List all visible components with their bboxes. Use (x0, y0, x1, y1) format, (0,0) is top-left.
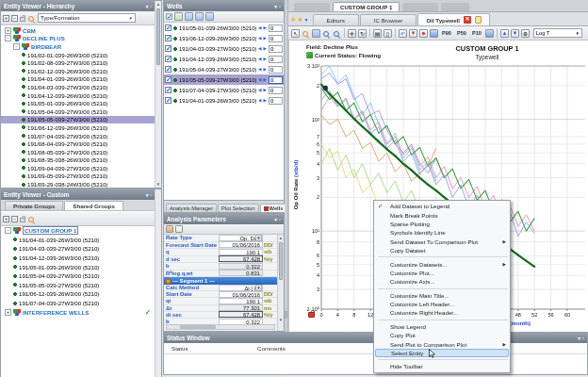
context-menu-item[interactable]: ✓ Add Dataset to Legend ▶ (374, 202, 510, 210)
step-right-icon[interactable]: ▶ (264, 25, 267, 30)
chart-highlight-icon[interactable] (485, 29, 494, 38)
tree-row[interactable]: 191/09-04-039-27W3/00 (5210) ✓ (1, 164, 155, 172)
params-export-icon[interactable] (175, 225, 183, 233)
tree-row[interactable]: + CBM ✓ (1, 26, 155, 35)
hierarchy-tree[interactable]: + CBM ✓ - DECLINE PLUS ✓ - (1, 26, 155, 188)
tab-shared-groups[interactable]: Shared Groups (64, 201, 123, 210)
shift-value-input[interactable]: 0 (269, 45, 283, 53)
tab-plot-selection[interactable]: Plot Selection (218, 204, 258, 212)
param-value[interactable]: 67.428 (219, 255, 263, 262)
custom-tree[interactable]: - CUSTOM GROUP 1 ✓ 191/04-01-039-26W3/00… (1, 226, 155, 377)
tree-row[interactable]: 191/08-05-039-27W3/00 (5210) ✓ (1, 148, 155, 156)
context-menu-item[interactable]: ✓ Send Dataset To Comparison Plot ▶ (374, 238, 510, 246)
context-menu-item[interactable]: ✓ Mark Break Points ▶ (374, 210, 510, 219)
print-icon[interactable]: ▤ (373, 29, 382, 38)
print-preview-icon[interactable]: ▯ (384, 29, 392, 38)
tree-row[interactable]: 191/04-12-039-26W3/00 (5210) ✓ (1, 91, 155, 100)
tree-row[interactable]: 191/04-03-039-27W3/00 (5210) ✓ (1, 83, 155, 91)
hierarchy-titlebar[interactable]: Entity Viewer - Hierarchy ▾ ▫ ✕ (1, 1, 161, 11)
well-row[interactable]: ✓ 191/05-04-039-27W3/00 (5210) ◀ ▶ 0 (164, 64, 284, 74)
context-menu-item[interactable]: ✓ Customize Right Header... ▶ (374, 308, 510, 317)
filter-up-icon[interactable]: ▲ (500, 29, 509, 38)
step-left-icon[interactable]: ◀ (258, 98, 261, 103)
params-titlebar[interactable]: Analysis Parameters ▾ ▫ (164, 214, 284, 224)
param-value[interactable]: 190.1 (219, 249, 263, 255)
context-menu-item[interactable]: ✓ Send Plot to Comparison Plot ▶ (374, 339, 510, 348)
zoom-icon[interactable] (302, 31, 308, 37)
params-scrollbar[interactable]: ▲ ▼ (277, 235, 284, 331)
param-value[interactable]: 01/06/2016 (219, 291, 263, 298)
chart-view-icon-3[interactable] (205, 12, 214, 21)
close-tab-icon[interactable]: ✕ (464, 16, 471, 24)
context-menu-item[interactable]: ✓ Symbols Identify Line ▶ (374, 228, 510, 237)
step-left-icon[interactable]: ◀ (258, 46, 261, 51)
context-menu-item[interactable]: ✓ Customize Main Title... ▶ (374, 291, 510, 300)
panel-menu-icon[interactable]: ▾ (578, 336, 580, 341)
pin-icon[interactable]: ▫ (279, 4, 281, 9)
chart-view-icon-1[interactable] (185, 12, 193, 21)
step-left-icon[interactable]: ◀ (258, 88, 261, 92)
tree-row[interactable]: 191/04-12-039-26W3/00 (5210) ✓ (1, 254, 155, 263)
tree-row[interactable]: 191/02-01-039-26W3/00 (5210) ✓ (1, 51, 155, 59)
tab-ic-browser[interactable]: IC Browser (360, 14, 417, 25)
scroll-thumb[interactable] (156, 8, 160, 65)
shift-value-input[interactable]: 0 (269, 35, 283, 42)
tree-row[interactable]: 191/05-04-039-27W3/00 (5210) ✓ (1, 107, 155, 116)
remove-group-icon[interactable]: − (11, 216, 18, 222)
tree-row[interactable]: 191/05-01-039-26W3/00 (5210) ✓ (1, 99, 155, 107)
custom-titlebar[interactable]: Entity Viewer - Custom ▾ ▫ ✕ (1, 189, 161, 200)
panel-menu-icon[interactable]: ▾ (146, 192, 149, 198)
step-right-icon[interactable]: ▶ (264, 77, 267, 82)
tree-row[interactable]: 191/06-12-039-26W3/00 (5210) ✓ (1, 123, 155, 132)
step-left-icon[interactable]: ◀ (258, 57, 261, 61)
scroll-thumb[interactable] (279, 242, 283, 280)
chart-icon[interactable] (430, 29, 438, 38)
lock-icon[interactable] (20, 218, 25, 222)
search-icon[interactable] (28, 217, 34, 222)
step-left-icon[interactable]: ◀ (258, 25, 261, 30)
custom-scrollbar[interactable] (155, 189, 161, 377)
type-formation-dropdown[interactable]: Type/Formation ▼ (38, 13, 136, 23)
param-value[interactable]: 190.1 (219, 298, 263, 304)
pin-icon[interactable]: ▫ (582, 336, 584, 341)
well-checkbox[interactable]: ✓ (165, 76, 172, 83)
panel-menu-icon[interactable]: ▾ (274, 4, 277, 9)
window-tab-active[interactable]: CUSTOM GROUP 1 (333, 2, 400, 11)
tree-row[interactable]: 191/05-05-039-27W3/00 (5210) ✓ (1, 116, 155, 124)
tree-row[interactable]: 191/04-03-039-27W3/00 (5210) ✓ (1, 244, 155, 254)
window-tab[interactable] (402, 3, 438, 11)
tree-row[interactable]: - CUSTOM GROUP 1 ✓ (1, 226, 155, 236)
link-wells-icon[interactable] (174, 12, 183, 21)
context-menu-item[interactable]: ✓ Show Legend ▶ (374, 322, 510, 331)
param-value[interactable]: 77.301 (219, 304, 263, 311)
new-tab-icon[interactable] (475, 16, 482, 24)
tree-row[interactable]: 191/08-35-038-26W3/00 (5210) ✓ (1, 156, 155, 165)
tree-row[interactable]: 191/09-29-038-24W3/00 (5210) ✓ (1, 180, 155, 188)
tree-row[interactable]: - DECLINE PLUS ✓ (1, 35, 155, 43)
step-left-icon[interactable]: ◀ (258, 77, 261, 82)
well-row[interactable]: ✓ 191/04-12-039-26W3/00 (5210) ◀ ▶ 0 (164, 54, 284, 64)
tab-wells[interactable]: Wells (260, 204, 287, 212)
tree-row[interactable]: 191/04-01-039-26W3/00 (5210) ✓ (1, 236, 155, 245)
param-row[interactable]: R²log q,wt 0.831 ▼ (164, 270, 277, 278)
well-checkbox[interactable]: ✓ (165, 35, 172, 41)
undo-icon[interactable]: ↶ (399, 29, 407, 38)
expander-icon[interactable]: - (13, 43, 20, 50)
expander-icon[interactable]: - (5, 227, 11, 234)
well-row[interactable]: ✓ 191/07-04-039-27W3/00 (5210) ◀ ▶ 0 (164, 85, 284, 95)
well-checkbox[interactable]: ✓ (165, 45, 172, 52)
tree-row[interactable]: 191/09-05-039-27W3/00 (5210) ✓ (1, 172, 155, 181)
forecast-start-marker[interactable] (323, 86, 328, 90)
context-menu-item[interactable]: ✓ Customize Datasets... ▶ (374, 259, 510, 268)
tree-row[interactable]: 191/02-12-039-26W3/00 (5210) ✓ (1, 67, 155, 75)
tab-oil-typewell[interactable]: Oil Typewell ✕ (417, 13, 490, 25)
lock-icon[interactable] (20, 17, 25, 22)
chevron-down-icon[interactable]: ▼ (304, 17, 309, 23)
step-right-icon[interactable]: ▶ (264, 46, 267, 51)
gear-icon[interactable]: ⚙ (521, 29, 530, 38)
tab-analysis-manager[interactable]: Analysis Manager (166, 204, 217, 212)
params-hscrollbar[interactable] (166, 324, 275, 330)
step-right-icon[interactable]: ▶ (264, 57, 267, 61)
wells-titlebar[interactable]: Wells ▾ ▫ (164, 1, 284, 11)
expander-icon[interactable]: + (5, 309, 11, 316)
